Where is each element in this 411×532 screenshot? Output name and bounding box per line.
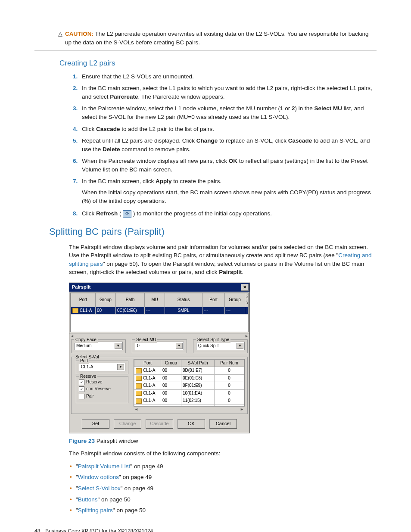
step-5: Repeat until all L2 pairs are displayed.… xyxy=(79,137,377,153)
components-intro: The Pairsplit window consists of the fol… xyxy=(69,449,377,458)
step-3: In the Paircreate window, select the L1 … xyxy=(79,104,377,121)
caution-text: The L2 paircreate operation overwrites a… xyxy=(65,31,368,46)
refresh-icon: ⟳ xyxy=(123,210,131,218)
svol-row: CL1-A000E(01:E8)0 xyxy=(134,374,244,382)
page-footer: 48 Business Copy XP (BC) for the XP128/X… xyxy=(34,528,377,532)
svol-list[interactable]: Port Group S-Vol Path Pair Num CL1-A000D… xyxy=(134,359,245,406)
volume-icon xyxy=(72,308,78,313)
caution-icon: △ xyxy=(58,30,62,38)
step-2: In the BC main screen, select the L1 pai… xyxy=(79,84,377,101)
figure-caption: Figure 23 Pairsplit window xyxy=(69,437,377,445)
step-7: In the BC main screen, click Apply to cr… xyxy=(79,177,377,205)
close-icon[interactable]: ✕ xyxy=(241,284,249,291)
checkbox-nonreserve[interactable]: ✓non Reserve xyxy=(79,386,125,392)
chevron-down-icon: ▼ xyxy=(237,343,243,349)
steps-list: Ensure that the L2 S-VOLs are unmounted.… xyxy=(69,72,377,218)
svol-row: CL1-A0010(01:EA)0 xyxy=(134,389,244,397)
chevron-down-icon: ▼ xyxy=(176,343,183,349)
ok-button[interactable]: OK xyxy=(177,419,205,429)
volume-list[interactable]: Port Group Path MU Status Port Group S-V… xyxy=(70,292,249,332)
link-splitting-pairs[interactable]: Splitting pairs xyxy=(78,507,113,513)
link-window-options[interactable]: Window options xyxy=(78,474,119,480)
chevron-down-icon: ▼ xyxy=(115,343,121,349)
link-volume-list[interactable]: Pairsplit Volume List xyxy=(78,463,131,470)
cascade-button[interactable]: Cascade xyxy=(146,419,173,429)
link-select-svol[interactable]: Select S-Vol box xyxy=(78,485,121,492)
cancel-button[interactable]: Cancel xyxy=(209,419,237,429)
components-list: "Pairsplit Volume List" on page 49 "Wind… xyxy=(69,462,377,515)
checkbox-pair[interactable]: Pair xyxy=(79,393,125,400)
step-1: Ensure that the L2 S-VOLs are unmounted. xyxy=(79,72,377,81)
change-button[interactable]: Change xyxy=(114,419,141,429)
svol-row: CL1-A0011(02:15)0 xyxy=(134,397,244,405)
svol-row: CL1-A000D(01:E7)0 xyxy=(134,367,244,375)
caution-block: △ CAUTION: The L2 paircreate operation o… xyxy=(58,30,377,47)
step-7-note: When the initial copy operations start, … xyxy=(82,188,377,205)
set-button[interactable]: Set xyxy=(82,419,109,429)
pairsplit-dialog: Pairsplit ✕ Port Group Path MU Status Po… xyxy=(69,283,250,433)
splitting-intro: The Pairsplit window displays volume and… xyxy=(69,243,377,277)
caution-label: CAUTION: xyxy=(65,31,93,37)
chevron-down-icon: ▼ xyxy=(117,364,124,370)
heading-splitting: Splitting BC pairs (Pairsplit) xyxy=(49,225,377,239)
checkbox-reserve[interactable]: ✓Reserve xyxy=(79,379,125,386)
volume-row-selected: CL1-A 00 0C(01:E6) --- SMPL --- --- xyxy=(71,307,248,314)
step-4: Click Cascade to add the L2 pair to the … xyxy=(79,125,377,134)
svol-row: CL1-A000F(01:E9)0 xyxy=(134,382,244,390)
step-8: Click Refresh ( ⟳ ) to monitor the progr… xyxy=(79,209,377,218)
step-6: When the Paircreate window displays all … xyxy=(79,157,377,174)
dialog-title: Pairsplit xyxy=(72,284,90,291)
link-buttons[interactable]: Buttons xyxy=(78,496,98,503)
heading-creating-l2: Creating L2 pairs xyxy=(59,58,377,69)
